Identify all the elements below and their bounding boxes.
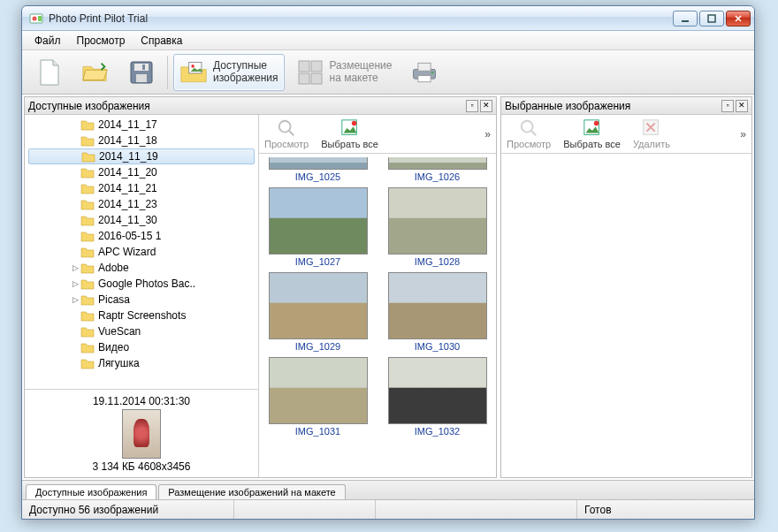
thumbnail-cell[interactable]: IMG_1032 [382,357,492,437]
svg-rect-4 [708,15,715,22]
panel-pin-left[interactable]: ▫ [466,100,478,112]
folder-label: 2014_11_21 [98,182,157,194]
thumbnail-image[interactable] [388,187,487,255]
tree-folder[interactable]: 2014_11_30 [25,212,258,228]
panel-pin-right[interactable]: ▫ [721,100,734,112]
toolbar-expand-left[interactable]: » [484,128,491,141]
expander-icon[interactable]: ▷ [70,263,80,272]
available-images-button[interactable]: Доступные изображения [173,54,285,91]
tree-folder[interactable]: 2014_11_21 [25,180,258,196]
thumb-view-label-right: Просмотр [507,139,551,149]
menu-view[interactable]: Просмотр [70,33,133,49]
tree-folder[interactable]: 2014_11_20 [25,164,258,180]
thumbnail-image[interactable] [388,357,487,424]
svg-rect-12 [311,61,322,72]
minimize-button[interactable] [673,11,698,27]
tree-folder[interactable]: 2016-05-15 1 [25,228,258,244]
tree-folder[interactable]: APC Wizard [25,244,258,260]
layout-button[interactable]: Размещение на макете [290,54,399,91]
toolbar: Доступные изображения Размещение на маке… [22,50,754,95]
svg-rect-6 [134,64,149,71]
titlebar: Photo Print Pilot Trial [22,6,754,31]
app-window: Photo Print Pilot Trial Файл Просмотр Сп… [21,5,755,520]
thumbnail-cell[interactable]: IMG_1028 [382,187,492,267]
svg-rect-17 [417,75,430,81]
tree-folder[interactable]: 2014_11_18 [25,133,258,148]
panel-close-right[interactable]: ✕ [736,100,748,112]
thumbnail-label: IMG_1025 [295,171,340,182]
menubar: Файл Просмотр Справка [22,31,754,50]
floppy-icon [127,58,156,87]
tree-folder[interactable]: ▷Picasa [25,292,258,308]
thumbnail-image[interactable] [269,357,368,424]
thumbnail-cell[interactable]: IMG_1026 [382,157,492,182]
svg-rect-13 [299,73,309,84]
thumbnail-label: IMG_1031 [295,426,340,437]
open-button[interactable] [75,54,116,91]
thumbnail-image[interactable] [388,272,487,339]
thumbs-toolbar-right: Просмотр Выбрать все Удалить » [501,115,751,154]
workarea: Доступные изображения ▫ ✕ 2014_11_172014… [22,95,754,480]
thumbnail-cell[interactable]: IMG_1025 [263,157,373,182]
tree-folder[interactable]: 2014_11_19 [28,148,255,164]
select-all-button[interactable]: Выбрать все [321,118,378,149]
delete-icon [642,118,661,138]
preview-date: 19.11.2014 00:31:30 [93,395,190,407]
folder-label: Raptr Screenshots [98,309,186,322]
folder-label: VueScan [98,325,141,338]
thumbnails-pane: Просмотр Выбрать все » IMG_1025IMG_1026I… [259,115,496,477]
status-left: Доступно 56 изображений [22,500,234,519]
tree-folder[interactable]: Лягушка [25,355,258,371]
delete-button-right: Удалить [633,118,670,149]
folder-label: 2014_11_20 [98,166,157,179]
svg-rect-11 [299,61,309,72]
preview-thumbnail[interactable] [122,409,161,459]
tree-folder[interactable]: 2014_11_23 [25,196,258,212]
thumbnail-cell[interactable]: IMG_1029 [263,272,373,352]
thumbnails-scroll[interactable]: IMG_1025IMG_1026IMG_1027IMG_1028IMG_1029… [259,154,496,477]
tree-folder[interactable]: Видео [25,339,258,355]
menu-file[interactable]: Файл [27,33,68,49]
thumb-view-button-right: Просмотр [507,118,551,149]
thumbnail-image[interactable] [269,187,368,255]
folder-label: APC Wizard [98,246,156,258]
thumbnail-image[interactable] [269,157,368,170]
thumbnail-image[interactable] [269,272,368,339]
select-all-button-right[interactable]: Выбрать все [563,118,621,149]
thumbnail-cell[interactable]: IMG_1030 [382,272,492,352]
toolbar-expand-right[interactable]: » [740,128,746,141]
menu-help[interactable]: Справка [133,33,189,49]
select-all-icon [340,118,360,138]
new-button[interactable] [29,54,70,91]
select-all-label: Выбрать все [321,139,378,149]
status-mid2 [376,500,577,519]
maximize-button[interactable] [699,11,724,27]
tree-folder[interactable]: ▷Google Photos Bac.. [25,276,258,292]
available-images-label: Доступные изображения [213,60,278,85]
select-all-icon [583,118,602,138]
folder-label: Google Photos Bac.. [98,277,195,290]
thumbnail-label: IMG_1032 [415,426,460,437]
thumbnail-cell[interactable]: IMG_1031 [263,357,373,437]
panel-close-left[interactable]: ✕ [480,100,492,112]
expander-icon[interactable]: ▷ [70,295,80,304]
folder-tree-pane: 2014_11_172014_11_182014_11_192014_11_20… [25,115,259,477]
photos-folder-icon [179,58,208,87]
svg-rect-14 [311,73,322,84]
expander-icon[interactable]: ▷ [70,279,80,288]
save-button[interactable] [121,54,162,91]
thumbnail-image[interactable] [388,157,487,170]
tree-folder[interactable]: VueScan [25,323,258,339]
print-button[interactable] [404,54,445,91]
close-button[interactable] [726,11,751,27]
folder-tree[interactable]: 2014_11_172014_11_182014_11_192014_11_20… [25,115,258,389]
folder-label: Лягушка [98,357,140,369]
bottom-tab-available[interactable]: Доступные изображения [26,484,156,499]
window-title: Photo Print Pilot Trial [49,12,673,25]
bottom-tab-layout[interactable]: Размещение изображений на макете [158,484,345,499]
tree-folder[interactable]: Raptr Screenshots [25,308,258,323]
thumbnail-cell[interactable]: IMG_1027 [263,187,373,267]
svg-point-21 [351,121,356,126]
tree-folder[interactable]: ▷Adobe [25,260,258,276]
tree-folder[interactable]: 2014_11_17 [25,117,258,133]
